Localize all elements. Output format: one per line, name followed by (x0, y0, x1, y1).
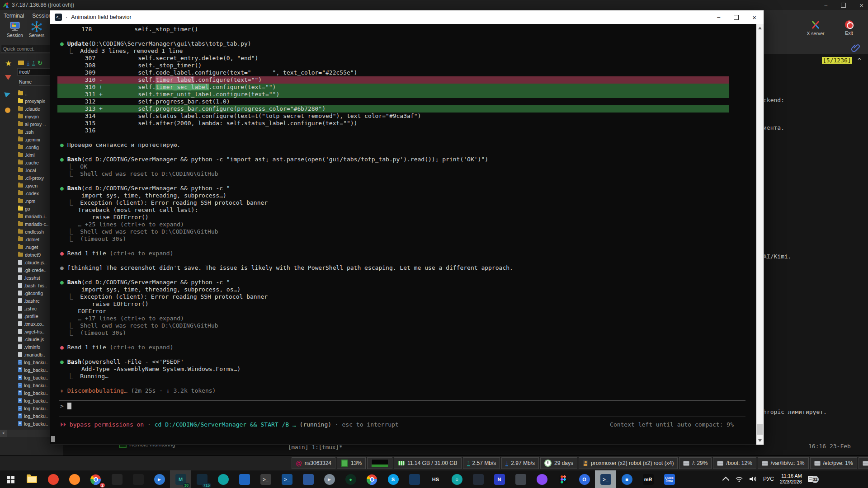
scrollbar-down-icon[interactable] (758, 439, 762, 442)
tray-time: 11:16 AM (780, 473, 802, 479)
taskbar-icon-telegram-blue[interactable]: ► (149, 470, 170, 488)
status-segment-label: 2.57 Mb/s (472, 460, 496, 466)
terminal-blue-icon: >_ (282, 474, 292, 485)
taskbar-icon-remote-desktop[interactable]: ■ (616, 470, 637, 488)
taskbar-icon-chrome-profile[interactable]: 2 (85, 470, 106, 488)
volume-icon[interactable] (749, 476, 757, 482)
upload-icon[interactable]: ↑ (32, 60, 35, 66)
taskbar-icon-file-explorer[interactable] (21, 470, 42, 488)
terminal-text: ● (60, 141, 67, 148)
tab-terminal[interactable]: Terminal (4, 13, 24, 19)
file-name: .mariadb.. (24, 352, 45, 357)
file-name: myvpn (25, 114, 39, 119)
taskbar-icon-mremoteng[interactable]: mR (637, 470, 659, 488)
taskbar-icon-chrome[interactable] (361, 470, 382, 488)
taskbar-icon-mobaxterm[interactable]: M30 (170, 470, 191, 488)
file-name: mariadb-i.. (25, 214, 47, 219)
taskbar-icon-blue-app-2[interactable] (297, 470, 319, 488)
badge: 715 (202, 483, 211, 488)
file-name: ai-proxy-.. (25, 122, 46, 127)
taskbar-icon-opera[interactable]: O (574, 470, 595, 488)
terminal-text: ● (60, 358, 67, 365)
file-icon (18, 352, 22, 357)
file-name: dotnet9 (25, 252, 41, 258)
claude-maximize-button[interactable] (734, 15, 739, 20)
tray-clock[interactable]: 11:16 AM 2/23/2026 (780, 473, 802, 485)
favorites-star-icon[interactable]: ★ (5, 59, 12, 68)
scrollbar-thumb[interactable] (757, 424, 763, 435)
terminal-text: 314 self.status_label.configure(text=t("… (60, 113, 421, 119)
taskbar-icon-violet-app[interactable] (531, 470, 552, 488)
exit-button[interactable]: Exit (838, 20, 860, 36)
file-name: log_backu.. (24, 383, 48, 388)
terminal-fragment: ckend: (763, 97, 784, 103)
claude-close-button[interactable]: × (752, 14, 756, 21)
terminal-text: 178 self._stop_timer() (60, 26, 198, 33)
status-segment-label: 13% (351, 460, 362, 466)
taskbar-icon-notepad-app[interactable]: N (489, 470, 510, 488)
taskbar-icon-app-dark-2[interactable] (127, 470, 149, 488)
taskbar-icon-teal-app[interactable] (212, 470, 234, 488)
taskbar-icon-figma[interactable] (552, 470, 574, 488)
taskbar-icon-app-badge-715[interactable]: 715 (191, 470, 212, 488)
terminal-line: import sys, time, threading, subprocess,… (50, 286, 756, 293)
disk-icon (683, 461, 689, 466)
file-name: .claude.js (24, 337, 44, 342)
badge: 30 (183, 483, 190, 488)
claude-scrollbar[interactable] (756, 24, 764, 445)
taskbar-icon-powershell[interactable]: >_ (595, 470, 616, 488)
terminal-text: ⎿ (60, 235, 80, 242)
taskbar-icon-navy-app[interactable] (404, 470, 425, 488)
taskbar-icon-skype[interactable]: S (382, 470, 404, 488)
taskbar-icon-telegram-gray[interactable]: ► (319, 470, 340, 488)
terminal-line: … +17 lines (ctrl+o to expand) (50, 315, 756, 322)
taskbar-icon-hs-app[interactable]: HS (425, 470, 446, 488)
folder-icon (18, 183, 23, 188)
claude-titlebar[interactable]: >_ · Animation field behavior – × (50, 10, 764, 24)
scrollbar-up-icon[interactable] (758, 27, 762, 29)
taskbar-icon-quickutmo[interactable]: Quick utmo (659, 470, 680, 488)
taskbar-icon-terminal-blue[interactable]: >_ (276, 470, 297, 488)
file-icon (18, 321, 22, 326)
file-name: log_backu.. (24, 398, 48, 404)
minimize-button[interactable]: – (825, 2, 828, 8)
session-button[interactable]: Session (5, 21, 25, 38)
status-segment-disk: /: 29% (679, 457, 712, 469)
terminal-text: Shell cwd was reset to D:\CODING\GitHub (80, 228, 218, 235)
download-icon[interactable]: ↓ (27, 60, 29, 66)
prompt-row[interactable]: > (50, 401, 756, 411)
taskbar-icon-firefox[interactable] (64, 470, 85, 488)
file-name: .npm (25, 198, 35, 204)
servers-button[interactable]: Servers (26, 21, 47, 38)
terminal-text: 311 + self.timer_unit_label.configure(te… (60, 91, 279, 98)
close-button[interactable]: × (859, 1, 863, 9)
maximize-button[interactable] (841, 3, 846, 8)
send-plane-icon[interactable] (4, 90, 11, 97)
taskbar-icon-start[interactable] (0, 470, 21, 488)
notification-center-icon[interactable]: 32 (808, 476, 815, 482)
language-indicator[interactable]: РУС (763, 476, 774, 482)
quick-connect-input[interactable]: Quick connect. (1, 45, 51, 53)
scroll-left-icon[interactable]: < (0, 430, 7, 437)
taskbar-icon-cmd[interactable]: >_ (255, 470, 276, 488)
folder-up-icon[interactable] (18, 61, 24, 65)
orange-dot-icon[interactable] (5, 108, 10, 113)
terminal-text: Read 1 file (67, 250, 110, 257)
taskbar-icon-dark-app-3[interactable] (467, 470, 489, 488)
wifi-icon[interactable] (735, 476, 743, 482)
download-arrow-icon[interactable] (5, 75, 11, 80)
refresh-icon[interactable]: ↻ (38, 60, 42, 66)
terminal-text: (timeout 30s) (80, 235, 126, 242)
taskbar-icon-gray-app[interactable] (510, 470, 531, 488)
paperclip-icon[interactable] (851, 43, 860, 52)
taskbar-icon-app-dark-1[interactable] (106, 470, 127, 488)
xserver-button[interactable]: X server (805, 20, 826, 36)
taskbar-icon-green-dot-app[interactable]: ● (340, 470, 361, 488)
clock-icon (544, 460, 552, 467)
claude-minimize-button[interactable]: – (717, 14, 720, 20)
scroll-up-icon[interactable]: ^ (858, 57, 861, 64)
taskbar-icon-blue-app-1[interactable] (234, 470, 255, 488)
taskbar-icon-aperture-app[interactable]: ○ (446, 470, 467, 488)
file-icon (18, 360, 22, 365)
taskbar-icon-brave[interactable] (42, 470, 64, 488)
